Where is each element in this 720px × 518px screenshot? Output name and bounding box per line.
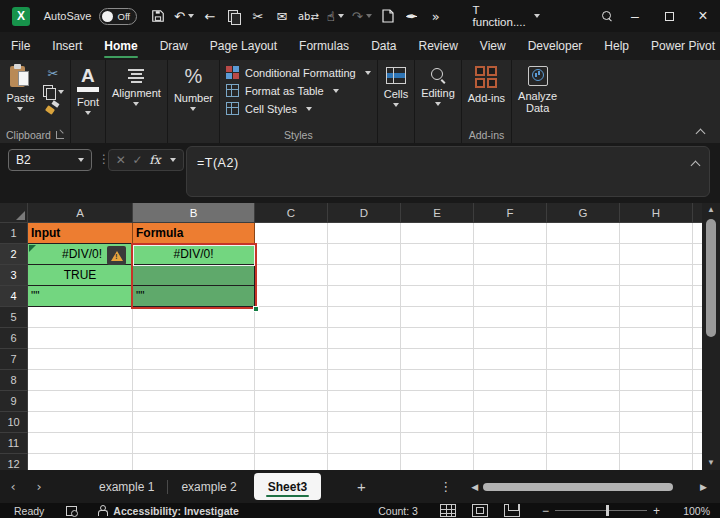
cell-B12[interactable] [133, 454, 255, 470]
collapse-formula-bar-icon[interactable] [692, 155, 699, 173]
cell-F12[interactable] [474, 454, 547, 470]
cell-H8[interactable] [620, 370, 693, 391]
addins-button[interactable]: Add-ins [468, 64, 505, 104]
normal-view-icon[interactable] [440, 504, 456, 517]
zoom-in-icon[interactable]: + [647, 504, 666, 518]
prev-sheet-icon[interactable]: ‹ [0, 479, 26, 494]
cell-G3[interactable] [547, 265, 620, 286]
cell-D5[interactable] [328, 307, 401, 328]
paste-button[interactable]: Paste [6, 64, 34, 111]
collapse-ribbon-icon[interactable] [697, 128, 704, 139]
cell-C5[interactable] [255, 307, 328, 328]
cell-G6[interactable] [547, 328, 620, 349]
cell-D11[interactable] [328, 433, 401, 454]
cell-C10[interactable] [255, 412, 328, 433]
page-break-view-icon[interactable] [504, 504, 520, 517]
cell-G5[interactable] [547, 307, 620, 328]
tab-developer[interactable]: Developer [517, 32, 594, 60]
col-header-G[interactable]: G [547, 203, 620, 223]
col-header-B[interactable]: B [133, 203, 255, 223]
row-header-6[interactable]: 6 [0, 328, 28, 349]
formula-input[interactable]: =T(A2) [186, 146, 710, 197]
select-all-corner[interactable] [0, 203, 28, 223]
cell-G12[interactable] [547, 454, 620, 470]
zoom-slider-thumb[interactable] [606, 505, 610, 516]
copy-button[interactable] [43, 85, 64, 98]
tab-formulas[interactable]: Formulas [288, 32, 360, 60]
back-arrow-icon[interactable]: ← [199, 4, 221, 28]
cell-C12[interactable] [255, 454, 328, 470]
format-painter-icon[interactable] [46, 102, 60, 114]
cell-A5[interactable] [28, 307, 133, 328]
format-as-table-button[interactable]: Format as Table [226, 84, 339, 97]
cell-D2[interactable] [328, 244, 401, 265]
cell-H4[interactable] [620, 286, 693, 307]
row-header-9[interactable]: 9 [0, 391, 28, 412]
window-title[interactable]: T function.... [473, 4, 540, 28]
cell-A10[interactable] [28, 412, 133, 433]
sheet-tab-example-1[interactable]: example 1 [86, 470, 167, 503]
cell-B3[interactable] [133, 265, 255, 286]
cell-F6[interactable] [474, 328, 547, 349]
vertical-scrollbar[interactable]: ▲ ▼ [702, 203, 720, 470]
row-header-1[interactable]: 1 [0, 223, 28, 244]
cell-B8[interactable] [133, 370, 255, 391]
row-header-7[interactable]: 7 [0, 349, 28, 370]
zoom-out-icon[interactable]: − [536, 504, 555, 518]
alignment-button[interactable]: Alignment [112, 64, 161, 106]
cell-H6[interactable] [620, 328, 693, 349]
cell-H2[interactable] [620, 244, 693, 265]
cell-B2[interactable]: #DIV/0! [133, 244, 255, 265]
cell-F10[interactable] [474, 412, 547, 433]
cell-C4[interactable] [255, 286, 328, 307]
cell-C6[interactable] [255, 328, 328, 349]
save-icon[interactable] [147, 4, 169, 28]
cell-B7[interactable] [133, 349, 255, 370]
row-header-5[interactable]: 5 [0, 307, 28, 328]
cell-C7[interactable] [255, 349, 328, 370]
scroll-left-icon[interactable]: ◀ [466, 482, 483, 492]
editing-button[interactable]: Editing [421, 64, 455, 106]
cell-A9[interactable] [28, 391, 133, 412]
cell-A8[interactable] [28, 370, 133, 391]
row-header-11[interactable]: 11 [0, 433, 28, 454]
ink-tool-icon[interactable]: ✒ [401, 4, 423, 28]
zoom-slider[interactable] [555, 510, 647, 512]
cell-A4[interactable]: "" [28, 286, 133, 307]
cell-G2[interactable] [547, 244, 620, 265]
scroll-up-icon[interactable]: ▲ [707, 203, 715, 217]
fill-handle[interactable] [253, 306, 259, 312]
cell-D12[interactable] [328, 454, 401, 470]
analyze-data-button[interactable]: Analyze Data [518, 64, 557, 114]
cell-G1[interactable] [547, 223, 620, 244]
cancel-icon[interactable]: ✕ [116, 153, 126, 167]
next-sheet-icon[interactable]: › [26, 479, 52, 494]
cell-H9[interactable] [620, 391, 693, 412]
cell-G8[interactable] [547, 370, 620, 391]
cell-A7[interactable] [28, 349, 133, 370]
close-button[interactable]: × [686, 0, 720, 32]
cell-A12[interactable] [28, 454, 133, 470]
cell-H11[interactable] [620, 433, 693, 454]
row-header-4[interactable]: 4 [0, 286, 28, 307]
tab-home[interactable]: Home [93, 32, 148, 60]
maximize-button[interactable] [652, 0, 686, 32]
tab-power-pivot[interactable]: Power Pivot [640, 32, 720, 60]
cell-H7[interactable] [620, 349, 693, 370]
cell-E7[interactable] [401, 349, 474, 370]
email-icon[interactable]: ✉ [271, 4, 293, 28]
cell-B9[interactable] [133, 391, 255, 412]
cell-A3[interactable]: TRUE [28, 265, 133, 286]
tab-draw[interactable]: Draw [149, 32, 199, 60]
sheet-options-icon[interactable]: ⋮ [439, 479, 452, 494]
cell-G9[interactable] [547, 391, 620, 412]
cells-button[interactable]: Cells [384, 64, 408, 107]
undo-dropdown-icon[interactable] [188, 14, 194, 18]
cell-B11[interactable] [133, 433, 255, 454]
enter-icon[interactable]: ✓ [133, 153, 143, 167]
col-header-D[interactable]: D [328, 203, 401, 223]
redo-button[interactable]: ↷ [349, 4, 375, 28]
autosave-toggle[interactable]: Off [99, 8, 137, 25]
sheet-tab-sheet3[interactable]: Sheet3 [254, 473, 321, 500]
cell-F11[interactable] [474, 433, 547, 454]
